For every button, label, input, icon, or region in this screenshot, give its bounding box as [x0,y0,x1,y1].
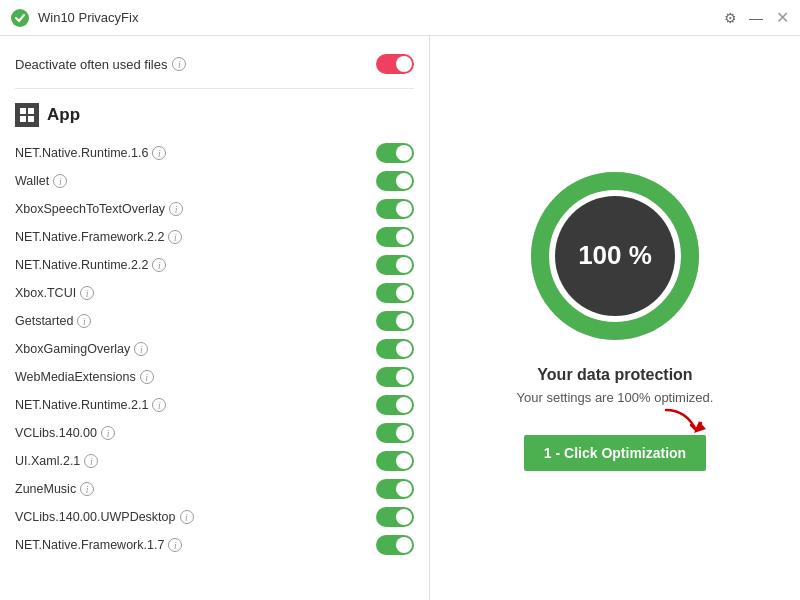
list-item: UI.Xaml.2.1 i [15,447,414,475]
right-panel: 100 % Your data protection Your settings… [430,36,800,600]
svg-rect-2 [28,108,34,114]
list-item: VCLibs.140.00.UWPDesktop i [15,503,414,531]
item-text: Xbox.TCUI [15,286,76,300]
item-label: Getstarted i [15,314,91,328]
app-window: Win10 PrivacyFix ⚙ — ✕ Deactivate often … [0,0,800,600]
item-toggle[interactable] [376,535,414,555]
list-item: NET.Native.Runtime.1.6 i [15,139,414,167]
item-text: NET.Native.Runtime.2.1 [15,398,148,412]
item-label: VCLibs.140.00 i [15,426,115,440]
item-info-icon[interactable]: i [152,146,166,160]
svg-rect-3 [20,116,26,122]
item-text: NET.Native.Framework.2.2 [15,230,164,244]
titlebar-controls: ⚙ — ✕ [722,10,790,26]
optimize-button[interactable]: 1 - Click Optimization [524,435,706,471]
item-text: NET.Native.Runtime.2.2 [15,258,148,272]
button-container: 1 - Click Optimization [524,435,706,471]
item-text: XboxGamingOverlay [15,342,130,356]
item-text: VCLibs.140.00.UWPDesktop [15,510,176,524]
list-item: Getstarted i [15,307,414,335]
protection-subtitle: Your settings are 100% optimized. [517,390,714,405]
item-info-icon[interactable]: i [168,230,182,244]
deactivate-info-icon[interactable]: i [172,57,186,71]
list-item: XboxGamingOverlay i [15,335,414,363]
deactivate-toggle[interactable] [376,54,414,74]
section-title: App [47,105,80,125]
item-toggle[interactable] [376,479,414,499]
item-toggle[interactable] [376,171,414,191]
item-info-icon[interactable]: i [169,202,183,216]
item-label: XboxGamingOverlay i [15,342,148,356]
item-toggle[interactable] [376,311,414,331]
left-panel: Deactivate often used files i App [0,36,430,600]
svg-point-0 [11,9,29,27]
list-item: WebMediaExtensions i [15,363,414,391]
item-text: VCLibs.140.00 [15,426,97,440]
item-info-icon[interactable]: i [152,398,166,412]
settings-button[interactable]: ⚙ [722,10,738,26]
item-info-icon[interactable]: i [84,454,98,468]
item-info-icon[interactable]: i [53,174,67,188]
item-toggle[interactable] [376,283,414,303]
item-info-icon[interactable]: i [101,426,115,440]
item-toggle[interactable] [376,255,414,275]
list-item: NET.Native.Runtime.2.2 i [15,251,414,279]
item-label: WebMediaExtensions i [15,370,154,384]
item-toggle[interactable] [376,507,414,527]
deactivate-label: Deactivate often used files i [15,57,186,72]
item-info-icon[interactable]: i [140,370,154,384]
titlebar: Win10 PrivacyFix ⚙ — ✕ [0,0,800,36]
item-info-icon[interactable]: i [80,286,94,300]
list-item: NET.Native.Framework.1.7 i [15,531,414,559]
item-label: NET.Native.Runtime.2.2 i [15,258,166,272]
list-item: VCLibs.140.00 i [15,419,414,447]
item-label: Wallet i [15,174,67,188]
deactivate-row: Deactivate often used files i [15,46,414,89]
svg-rect-1 [20,108,26,114]
item-toggle[interactable] [376,423,414,443]
main-content: Deactivate often used files i App [0,36,800,600]
list-item: Wallet i [15,167,414,195]
donut-chart: 100 % [525,166,705,346]
item-toggle[interactable] [376,395,414,415]
item-toggle[interactable] [376,367,414,387]
titlebar-title: Win10 PrivacyFix [38,10,722,25]
items-list: NET.Native.Runtime.1.6 i Wallet i XboxSp… [15,139,414,559]
item-toggle[interactable] [376,227,414,247]
item-toggle[interactable] [376,143,414,163]
item-toggle[interactable] [376,199,414,219]
item-toggle[interactable] [376,451,414,471]
svg-rect-4 [28,116,34,122]
item-label: ZuneMusic i [15,482,94,496]
item-label: NET.Native.Framework.1.7 i [15,538,182,552]
item-label: Xbox.TCUI i [15,286,94,300]
list-item: Xbox.TCUI i [15,279,414,307]
app-section-icon [15,103,39,127]
item-text: WebMediaExtensions [15,370,136,384]
item-toggle[interactable] [376,339,414,359]
app-icon [10,8,30,28]
item-info-icon[interactable]: i [152,258,166,272]
item-info-icon[interactable]: i [134,342,148,356]
item-label: UI.Xaml.2.1 i [15,454,98,468]
item-text: NET.Native.Framework.1.7 [15,538,164,552]
percentage-text: 100 % [578,240,652,271]
item-text: XboxSpeechToTextOverlay [15,202,165,216]
item-text: UI.Xaml.2.1 [15,454,80,468]
item-info-icon[interactable]: i [77,314,91,328]
item-text: Getstarted [15,314,73,328]
item-info-icon[interactable]: i [180,510,194,524]
item-info-icon[interactable]: i [168,538,182,552]
item-label: XboxSpeechToTextOverlay i [15,202,183,216]
item-info-icon[interactable]: i [80,482,94,496]
close-button[interactable]: ✕ [774,10,790,26]
item-label: NET.Native.Runtime.1.6 i [15,146,166,160]
minimize-button[interactable]: — [748,10,764,26]
item-text: NET.Native.Runtime.1.6 [15,146,148,160]
item-label: NET.Native.Framework.2.2 i [15,230,182,244]
item-text: ZuneMusic [15,482,76,496]
item-text: Wallet [15,174,49,188]
deactivate-text: Deactivate often used files [15,57,167,72]
list-item: ZuneMusic i [15,475,414,503]
item-label: NET.Native.Runtime.2.1 i [15,398,166,412]
